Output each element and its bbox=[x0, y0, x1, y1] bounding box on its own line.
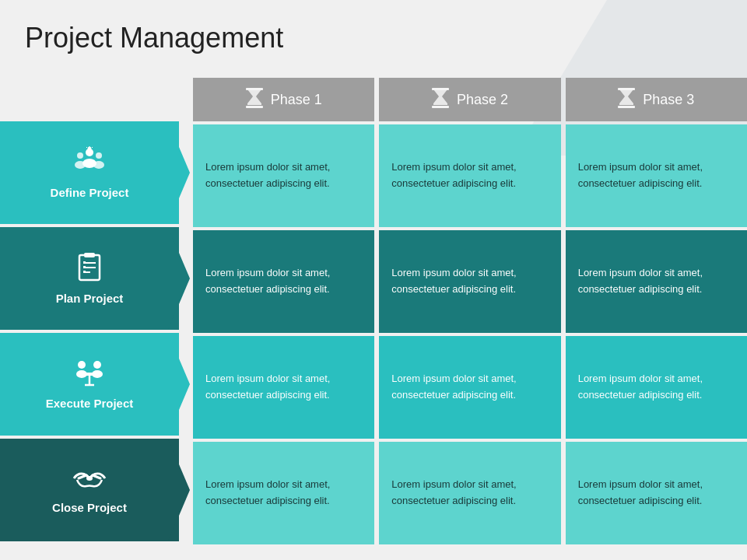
grid-cell-1-1: Lorem ipsum dolor sit amet, consectetuer… bbox=[193, 124, 374, 227]
sidebar-row-4: Close Project bbox=[0, 439, 179, 541]
hourglass-icon bbox=[246, 88, 263, 112]
hourglass-icon bbox=[618, 88, 635, 112]
phase-label: Phase 2 bbox=[457, 92, 508, 108]
row-icon-4 bbox=[72, 466, 107, 496]
grid-row-1: Lorem ipsum dolor sit amet, consectetuer… bbox=[193, 124, 747, 227]
svg-point-6 bbox=[88, 147, 91, 150]
grid-rows: Lorem ipsum dolor sit amet, consectetuer… bbox=[193, 124, 747, 544]
svg-rect-28 bbox=[432, 88, 449, 90]
cell-text: Lorem ipsum dolor sit amet, consectetuer… bbox=[205, 371, 362, 404]
svg-rect-11 bbox=[84, 253, 95, 257]
row-icon-3 bbox=[72, 359, 107, 392]
sidebar-row-1: Define Project bbox=[0, 121, 179, 224]
row-arrow-1 bbox=[168, 121, 190, 224]
svg-point-25 bbox=[86, 476, 93, 481]
grid-cell-4-1: Lorem ipsum dolor sit amet, consectetuer… bbox=[193, 442, 374, 544]
svg-rect-31 bbox=[618, 106, 635, 108]
svg-rect-17 bbox=[83, 271, 86, 273]
cell-text: Lorem ipsum dolor sit amet, consectetuer… bbox=[578, 265, 735, 298]
phase-label: Phase 3 bbox=[643, 92, 694, 108]
grid-area: Phase 1 Phase 2 Phase 3 Lor bbox=[179, 78, 747, 544]
hourglass-icon bbox=[432, 88, 449, 112]
row-icon-2 bbox=[76, 252, 103, 287]
grid-cell-3-2: Lorem ipsum dolor sit amet, consectetuer… bbox=[379, 336, 560, 439]
cell-text: Lorem ipsum dolor sit amet, consectetuer… bbox=[205, 477, 362, 509]
row-label-1: Define Project bbox=[51, 186, 129, 199]
grid-row-2: Lorem ipsum dolor sit amet, consectetuer… bbox=[193, 230, 747, 333]
row-arrow-2 bbox=[168, 227, 190, 330]
svg-point-2 bbox=[77, 152, 83, 159]
grid-cell-3-1: Lorem ipsum dolor sit amet, consectetuer… bbox=[193, 336, 374, 439]
cell-text: Lorem ipsum dolor sit amet, consectetuer… bbox=[578, 371, 735, 404]
row-label-3: Execute Project bbox=[46, 397, 134, 410]
cell-text: Lorem ipsum dolor sit amet, consectetuer… bbox=[205, 159, 362, 192]
svg-rect-26 bbox=[246, 88, 263, 90]
svg-rect-16 bbox=[83, 266, 86, 268]
cell-text: Lorem ipsum dolor sit amet, consectetuer… bbox=[391, 477, 548, 509]
sidebar-row-3: Execute Project bbox=[0, 333, 179, 436]
grid-row-4: Lorem ipsum dolor sit amet, consectetuer… bbox=[193, 442, 747, 544]
phase-header-3: Phase 3 bbox=[566, 78, 747, 121]
cell-text: Lorem ipsum dolor sit amet, consectetuer… bbox=[391, 265, 548, 298]
svg-point-5 bbox=[93, 161, 104, 169]
phase-headers: Phase 1 Phase 2 Phase 3 bbox=[193, 78, 747, 121]
grid-cell-2-2: Lorem ipsum dolor sit amet, consectetuer… bbox=[379, 230, 560, 333]
svg-line-9 bbox=[92, 147, 93, 148]
svg-rect-15 bbox=[83, 261, 86, 264]
cell-text: Lorem ipsum dolor sit amet, consectetuer… bbox=[391, 159, 548, 192]
svg-point-3 bbox=[75, 161, 86, 169]
cell-text: Lorem ipsum dolor sit amet, consectetuer… bbox=[391, 371, 548, 404]
svg-line-8 bbox=[86, 147, 87, 148]
sidebar-row-2: Plan Project bbox=[0, 227, 179, 330]
grid-cell-2-1: Lorem ipsum dolor sit amet, consectetuer… bbox=[193, 230, 374, 333]
svg-point-4 bbox=[96, 152, 102, 159]
row-label-4: Close Project bbox=[52, 501, 127, 514]
cell-text: Lorem ipsum dolor sit amet, consectetuer… bbox=[578, 477, 735, 509]
grid-cell-4-3: Lorem ipsum dolor sit amet, consectetuer… bbox=[566, 442, 747, 544]
grid-row-3: Lorem ipsum dolor sit amet, consectetuer… bbox=[193, 336, 747, 439]
row-label-2: Plan Project bbox=[56, 292, 124, 305]
grid-cell-2-3: Lorem ipsum dolor sit amet, consectetuer… bbox=[566, 230, 747, 333]
row-icon-1 bbox=[74, 146, 105, 181]
grid-cell-1-2: Lorem ipsum dolor sit amet, consectetuer… bbox=[379, 124, 560, 227]
grid-cell-1-3: Lorem ipsum dolor sit amet, consectetuer… bbox=[566, 124, 747, 227]
svg-rect-27 bbox=[246, 106, 263, 108]
page-title: Project Management bbox=[25, 22, 283, 54]
svg-rect-29 bbox=[432, 106, 449, 108]
sidebar: Define Project Plan Project Execute bbox=[0, 78, 179, 544]
phase-label: Phase 1 bbox=[271, 92, 322, 108]
cell-text: Lorem ipsum dolor sit amet, consectetuer… bbox=[578, 159, 735, 192]
sidebar-spacer bbox=[0, 78, 179, 121]
grid-cell-4-2: Lorem ipsum dolor sit amet, consectetuer… bbox=[379, 442, 560, 544]
svg-point-18 bbox=[78, 361, 86, 369]
svg-point-20 bbox=[93, 361, 101, 369]
main-content: Define Project Plan Project Execute bbox=[0, 78, 747, 544]
row-arrow-4 bbox=[168, 439, 190, 541]
row-arrow-3 bbox=[168, 333, 190, 436]
phase-header-2: Phase 2 bbox=[379, 78, 560, 121]
grid-cell-3-3: Lorem ipsum dolor sit amet, consectetuer… bbox=[566, 336, 747, 439]
svg-rect-30 bbox=[618, 88, 635, 90]
cell-text: Lorem ipsum dolor sit amet, consectetuer… bbox=[205, 265, 362, 298]
phase-header-1: Phase 1 bbox=[193, 78, 374, 121]
